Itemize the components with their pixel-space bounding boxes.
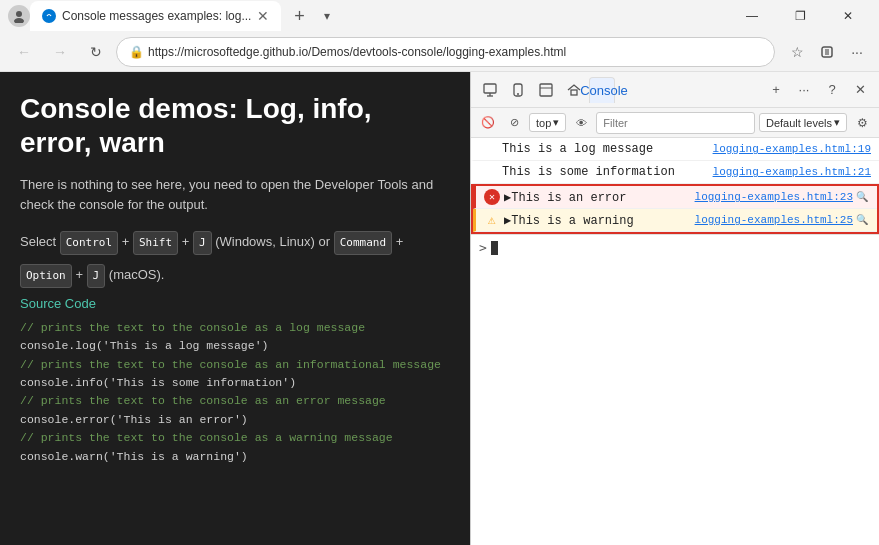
option-key: Option (20, 264, 72, 288)
filter-input[interactable] (596, 112, 755, 134)
filter-toggle-button[interactable]: ⊘ (503, 112, 525, 134)
shift-key: Shift (133, 231, 178, 255)
console-cursor[interactable] (491, 241, 498, 255)
page-title: Console demos: Log, info, error, warn (20, 92, 450, 159)
svg-rect-12 (540, 84, 552, 96)
console-messages: This is a log message logging-examples.h… (471, 138, 879, 545)
more-button[interactable]: ··· (843, 38, 871, 66)
tab-dropdown-button[interactable]: ▾ (313, 2, 341, 30)
warning-icon: ⚠ (484, 212, 500, 228)
code-block: // prints the text to the console as a l… (20, 319, 450, 466)
warning-message-link[interactable]: logging-examples.html:25 (695, 214, 853, 226)
address-input[interactable]: 🔒 https://microsoftedge.github.io/Demos/… (116, 37, 775, 67)
warning-message-text: ▶This is a warning (504, 213, 687, 228)
levels-chevron: ▾ (834, 116, 840, 129)
restore-button[interactable]: ❐ (777, 0, 823, 32)
command-key: Command (334, 231, 392, 255)
back-button[interactable]: ← (8, 36, 40, 68)
close-button[interactable]: ✕ (825, 0, 871, 32)
lock-icon: 🔒 (129, 45, 144, 59)
console-message-info: This is some information logging-example… (471, 161, 879, 184)
plus1: + (122, 234, 133, 249)
code-line-8: console.warn('This is a warning') (20, 448, 450, 466)
add-panel-button[interactable]: + (763, 77, 789, 103)
j-key: J (193, 231, 212, 255)
clear-console-button[interactable]: 🚫 (477, 112, 499, 134)
devtools-panel: Console + ··· ? ✕ 🚫 ⊘ top ▾ 👁 Default le… (470, 72, 879, 545)
console-settings-button[interactable]: ⚙ (851, 112, 873, 134)
select-text: Select (20, 234, 60, 249)
levels-label: Default levels (766, 117, 832, 129)
inspect-element-button[interactable] (477, 77, 503, 103)
macos-text: (macOS). (109, 267, 165, 282)
device-toolbar-button[interactable] (505, 77, 531, 103)
j-key2: J (87, 264, 106, 288)
web-content: Console demos: Log, info, error, warn Th… (0, 72, 470, 545)
error-search-icon[interactable]: 🔍 (855, 190, 869, 204)
windows-text: (Windows, Linux) or (215, 234, 330, 249)
tab-bar: Console messages examples: log... ✕ + ▾ (30, 0, 729, 32)
code-line-4: console.info('This is some information') (20, 374, 450, 392)
error-warning-section: ✕ ▶This is an error logging-examples.htm… (471, 184, 879, 234)
plus3: + (396, 234, 404, 249)
devtools-toolbar: Console + ··· ? ✕ (471, 72, 879, 108)
svg-rect-14 (571, 90, 577, 95)
log-levels-selector[interactable]: Default levels ▾ (759, 113, 847, 132)
window-controls: — ❐ ✕ (729, 0, 871, 32)
live-expressions-button[interactable]: 👁 (570, 112, 592, 134)
refresh-button[interactable]: ↻ (80, 36, 112, 68)
tab-title: Console messages examples: log... (62, 9, 251, 23)
code-line-3: // prints the text to the console as an … (20, 356, 450, 374)
profile-icon[interactable] (8, 5, 30, 27)
devtools-more-button[interactable]: ··· (791, 77, 817, 103)
svg-point-1 (14, 18, 24, 23)
console-tab-button[interactable]: Console (589, 77, 615, 103)
plus4: + (75, 267, 86, 282)
forward-button[interactable]: → (44, 36, 76, 68)
console-message-error: ✕ ▶This is an error logging-examples.htm… (473, 186, 877, 209)
plus2: + (182, 234, 193, 249)
code-line-5: // prints the text to the console as an … (20, 392, 450, 410)
context-selector[interactable]: top ▾ (529, 113, 566, 132)
info-message-link[interactable]: logging-examples.html:21 (713, 166, 871, 178)
address-bar: ← → ↻ 🔒 https://microsoftedge.github.io/… (0, 32, 879, 72)
ctrl-key: Control (60, 231, 118, 255)
warning-search-icon[interactable]: 🔍 (855, 213, 869, 227)
address-actions: ☆ ··· (783, 38, 871, 66)
keyboard-shortcut-row: Select Control + Shift + J (Windows, Lin… (20, 230, 450, 255)
collections-button[interactable] (813, 38, 841, 66)
console-message-warning: ⚠ ▶This is a warning logging-examples.ht… (473, 209, 877, 232)
console-input-row: > (471, 234, 879, 260)
error-message-link[interactable]: logging-examples.html:23 (695, 191, 853, 203)
context-chevron: ▾ (553, 116, 559, 129)
error-message-text: ▶This is an error (504, 190, 687, 205)
code-line-6: console.error('This is an error') (20, 411, 450, 429)
code-line-7: // prints the text to the console as a w… (20, 429, 450, 447)
info-icon (482, 164, 498, 180)
code-line-1: // prints the text to the console as a l… (20, 319, 450, 337)
svg-point-0 (16, 11, 22, 17)
active-tab[interactable]: Console messages examples: log... ✕ (30, 1, 281, 31)
svg-rect-7 (484, 84, 496, 93)
devtools-close-button[interactable]: ✕ (847, 77, 873, 103)
favorites-button[interactable]: ☆ (783, 38, 811, 66)
log-message-link[interactable]: logging-examples.html:19 (713, 143, 871, 155)
context-label: top (536, 117, 551, 129)
svg-point-2 (45, 12, 53, 20)
console-tab-label: Console (580, 83, 628, 98)
minimize-button[interactable]: — (729, 0, 775, 32)
help-button[interactable]: ? (819, 77, 845, 103)
new-tab-button[interactable]: + (285, 2, 313, 30)
log-message-text: This is a log message (502, 142, 705, 156)
console-message-log: This is a log message logging-examples.h… (471, 138, 879, 161)
keyboard-shortcut-row2: Option + J (macOS). (20, 263, 450, 288)
source-code-label: Source Code (20, 296, 450, 311)
main-layout: Console demos: Log, info, error, warn Th… (0, 72, 879, 545)
page-description: There is nothing to see here, you need t… (20, 175, 450, 214)
code-line-2: console.log('This is a log message') (20, 337, 450, 355)
log-icon (482, 141, 498, 157)
title-bar: Console messages examples: log... ✕ + ▾ … (0, 0, 879, 32)
tab-close-button[interactable]: ✕ (257, 9, 269, 23)
console-prompt: > (479, 240, 487, 255)
elements-panel-button[interactable] (533, 77, 559, 103)
